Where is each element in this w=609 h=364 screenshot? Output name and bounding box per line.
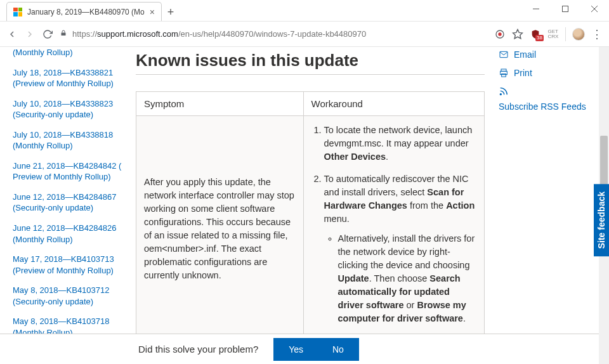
extension-icon-1[interactable] [494,29,506,40]
footer-question: Did this solve your problem? [138,344,258,354]
no-button[interactable]: No [317,338,359,361]
ublock-badge: 38 [535,35,544,41]
svg-marker-7 [513,29,523,38]
svg-rect-8 [500,51,508,57]
sidebar-item[interactable]: May 8, 2018—KB4103712 (Security-only upd… [13,285,124,307]
get-crx-icon[interactable]: GETCRX [547,29,559,40]
workaround-cell: To locate the network device, launch dev… [303,116,484,334]
sidebar-item[interactable]: July 10, 2018—KB4338823 (Security-only u… [13,98,124,120]
svg-point-12 [500,93,501,94]
lock-icon [60,29,67,39]
sidebar-item[interactable]: July 10, 2018—KB4338818 (Monthly Rollup) [13,129,124,152]
th-symptom: Symptom [136,92,304,116]
close-window-button[interactable] [580,0,609,18]
svg-point-6 [498,32,501,36]
close-tab-icon[interactable]: × [150,7,155,17]
svg-rect-11 [502,74,506,77]
chrome-menu-icon[interactable]: ⋮ [591,27,603,41]
symptom-cell: After you apply this update, the network… [136,116,304,334]
feedback-footer: Did this solve your problem? Yes No [0,334,599,364]
sidebar-item[interactable]: June 12, 2018—KB4284826 (Monthly Rollup) [13,223,124,245]
sidebar-item[interactable]: May 17, 2018—KB4103713 (Preview of Month… [13,254,124,276]
sidebar-item[interactable]: (Monthly Rollup) [13,47,124,58]
workaround-step-2a: Alternatively, install the drivers for t… [338,232,476,325]
known-issues-table: Symptom Workaround After you apply this … [136,91,485,334]
article-nav-sidebar: (Monthly Rollup) July 18, 2018—KB4338821… [0,47,133,334]
forward-button[interactable] [24,29,36,40]
th-workaround: Workaround [303,92,484,116]
address-bar: https://support.microsoft.com/en-us/help… [0,22,609,47]
url-box[interactable]: https://support.microsoft.com/en-us/help… [60,29,488,39]
sidebar-item[interactable]: June 21, 2018—KB4284842 ( Preview of Mon… [13,160,124,183]
print-link[interactable]: Print [499,68,599,79]
maximize-button[interactable] [551,0,580,18]
email-link[interactable]: Email [499,49,599,60]
tab-title: January 8, 2019—KB4480970 (Mo [27,8,145,16]
profile-avatar[interactable] [572,28,585,41]
workaround-step-2: To automatically rediscover the NIC and … [324,172,476,325]
sidebar-item[interactable]: July 18, 2018—KB4338821 (Preview of Mont… [13,67,124,89]
ublock-icon[interactable]: 38 [530,29,541,40]
divider [136,74,485,75]
microsoft-favicon [13,8,22,16]
yes-button[interactable]: Yes [273,338,318,361]
reload-button[interactable] [42,29,53,40]
window-controls [521,0,609,21]
browser-titlebar: January 8, 2019—KB4480970 (Mo × + [0,0,609,22]
section-heading: Known issues in this update [136,51,485,70]
site-feedback-tab[interactable]: Site feedback [594,184,609,256]
workaround-step-1: To locate the network device, launch dev… [324,124,476,164]
rss-icon [499,86,509,96]
print-icon [499,68,509,78]
svg-rect-4 [62,33,66,36]
action-rail: Email Print Subscribe RSS Feeds [491,47,599,334]
minimize-button[interactable] [521,0,551,18]
main-content: Known issues in this update Symptom Work… [133,47,491,334]
sidebar-item[interactable]: May 8, 2018—KB4103718 (Monthly Rollup) [13,316,124,334]
svg-rect-1 [563,6,568,12]
url-text: https://support.microsoft.com/en-us/help… [72,29,366,39]
sidebar-item[interactable]: June 12, 2018—KB4284867 (Security-only u… [13,192,124,214]
browser-tab[interactable]: January 8, 2019—KB4480970 (Mo × [6,2,162,21]
rss-link[interactable]: Subscribe RSS Feeds [499,86,599,112]
separator [565,27,566,41]
email-icon [499,49,509,60]
new-tab-button[interactable]: + [162,3,180,21]
back-button[interactable] [6,29,18,40]
bookmark-star-icon[interactable] [512,29,523,40]
